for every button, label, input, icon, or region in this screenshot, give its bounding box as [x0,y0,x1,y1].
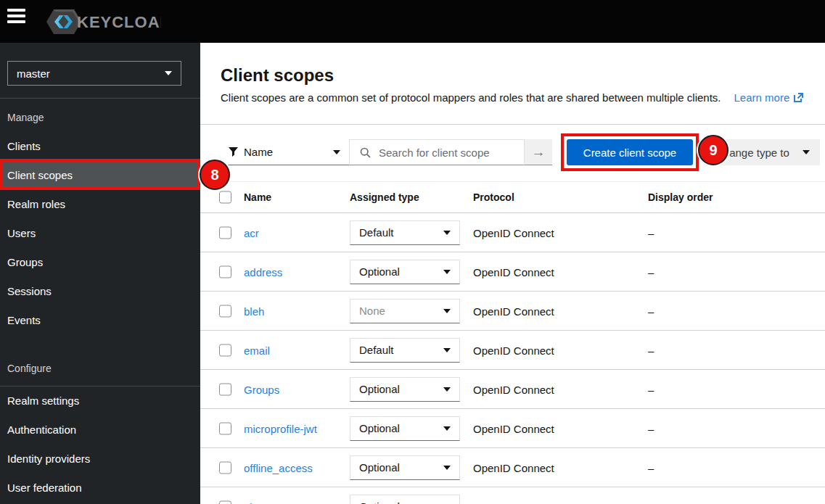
scope-name-link[interactable]: bleh [244,305,264,317]
table-row: phone Optional OpenID Connect – ⋮ [200,487,825,504]
sidebar-item-realm-settings[interactable]: Realm settings [0,387,200,416]
column-header-assigned-type: Assigned type [350,191,419,203]
protocol-cell: OpenID Connect [473,265,554,278]
scope-name-link[interactable]: microprofile-jwt [244,422,317,434]
sidebar: master Manage Clients Client scopes Real… [0,43,200,504]
filter-type-select[interactable]: Name [221,139,349,165]
assigned-type-select[interactable]: Optional [350,455,460,480]
keycloak-logo-icon: KEYCLOAK [45,7,161,36]
main-content: Client scopes Client scopes are a common… [200,43,825,504]
sidebar-item-client-scopes[interactable]: Client scopes [0,161,200,190]
display-order-cell: – [648,383,654,395]
realm-selector-value: master [17,67,165,80]
scope-name-link[interactable]: offline_access [244,461,313,474]
scope-name-link[interactable]: phone [244,500,274,504]
protocol-cell: OpenID Connect [473,500,554,504]
sidebar-item-events[interactable]: Events [0,306,200,335]
scope-name-link[interactable]: address [244,265,282,278]
scope-name-link[interactable]: acr [244,226,259,239]
protocol-cell: OpenID Connect [473,383,554,395]
sidebar-item-realm-roles[interactable]: Realm roles [0,190,200,219]
row-checkbox[interactable] [219,422,231,434]
annotation-step-badge: 9 [698,135,728,165]
table-row: bleh None OpenID Connect – ⋮ [200,292,825,331]
caret-down-icon [443,231,451,235]
sidebar-nav: Manage Clients Client scopes Realm roles… [0,99,200,503]
search-input[interactable] [377,146,511,160]
kebab-menu-icon[interactable]: ⋮ [821,500,825,504]
column-header-protocol: Protocol [473,191,514,203]
scope-name-link[interactable]: Groups [244,383,279,395]
row-checkbox[interactable] [219,383,231,395]
assigned-type-select[interactable]: Default [350,338,460,363]
display-order-cell: – [648,305,654,317]
page-description: Client scopes are a common set of protoc… [221,91,803,104]
protocol-cell: OpenID Connect [473,226,554,239]
row-checkbox[interactable] [219,500,231,504]
assigned-type-select[interactable]: Default [350,220,460,245]
row-checkbox[interactable] [219,265,231,278]
realm-selector[interactable]: master [7,61,181,86]
external-link-icon [794,93,803,102]
scope-name-link[interactable]: email [244,344,270,356]
kebab-menu-icon[interactable]: ⋮ [821,226,825,239]
display-order-cell: – [648,461,654,474]
row-checkbox[interactable] [219,226,231,239]
kebab-menu-icon[interactable]: ⋮ [821,344,825,356]
assigned-type-select[interactable]: Optional [350,260,460,284]
hamburger-icon[interactable] [7,8,26,24]
sidebar-item-sessions[interactable]: Sessions [0,277,200,306]
page-title: Client scopes [221,65,334,86]
annotation-step-badge: 8 [200,160,230,190]
column-header-display-order: Display order [648,191,713,203]
assigned-type-select[interactable]: Optional [350,416,460,441]
protocol-cell: OpenID Connect [473,461,554,474]
row-checkbox[interactable] [219,461,231,474]
page-description-text: Client scopes are a common set of protoc… [221,91,721,104]
table-row: microprofile-jwt Optional OpenID Connect… [200,409,825,448]
caret-down-icon [443,466,451,470]
arrow-right-icon: → [532,144,546,160]
search-submit-button[interactable]: → [525,139,552,165]
table-row: address Optional OpenID Connect – ⋮ [200,252,825,292]
display-order-cell: – [648,226,654,239]
display-order-cell: – [648,344,654,356]
kebab-menu-icon[interactable]: ⋮ [821,422,825,434]
display-order-cell: – [648,422,654,434]
create-client-scope-button[interactable]: Create client scope [567,139,693,165]
sidebar-item-users[interactable]: Users [0,219,200,248]
assigned-type-select[interactable]: Optional [350,377,460,402]
kebab-menu-icon[interactable]: ⋮ [821,461,825,474]
assigned-type-select[interactable]: Optional [350,495,460,504]
magnifier-icon [360,147,371,158]
row-checkbox[interactable] [219,344,231,356]
sidebar-item-groups[interactable]: Groups [0,248,200,277]
caret-down-icon [165,71,172,75]
row-checkbox[interactable] [219,305,231,317]
protocol-cell: OpenID Connect [473,305,554,317]
sidebar-item-clients[interactable]: Clients [0,132,200,161]
display-order-cell: – [648,265,654,278]
sidebar-item-user-federation[interactable]: User federation [0,474,200,503]
kebab-menu-icon[interactable]: ⋮ [821,305,825,317]
sidebar-item-identity-providers[interactable]: Identity providers [0,445,200,474]
sidebar-item-authentication[interactable]: Authentication [0,416,200,445]
kebab-menu-icon[interactable]: ⋮ [821,383,825,395]
change-type-label: Change type to [715,146,803,159]
protocol-cell: OpenID Connect [473,344,554,356]
learn-more-link[interactable]: Learn more [734,91,804,104]
assigned-type-select[interactable]: None [350,299,460,323]
caret-down-icon [803,150,810,154]
caret-down-icon [443,270,451,274]
caret-down-icon [443,426,451,431]
kebab-menu-icon[interactable]: ⋮ [821,265,825,278]
nav-section-manage: Manage [0,99,200,132]
caret-down-icon [443,309,451,313]
select-all-checkbox[interactable] [219,191,231,204]
client-scopes-table: Name Assigned type Protocol Display orde… [200,181,825,504]
nav-section-configure: Configure [0,350,200,387]
table-header-row: Name Assigned type Protocol Display orde… [200,181,825,213]
caret-down-icon [333,150,340,154]
filter-type-label: Name [244,146,333,158]
app-name-text: KEYCLOAK [77,13,161,31]
